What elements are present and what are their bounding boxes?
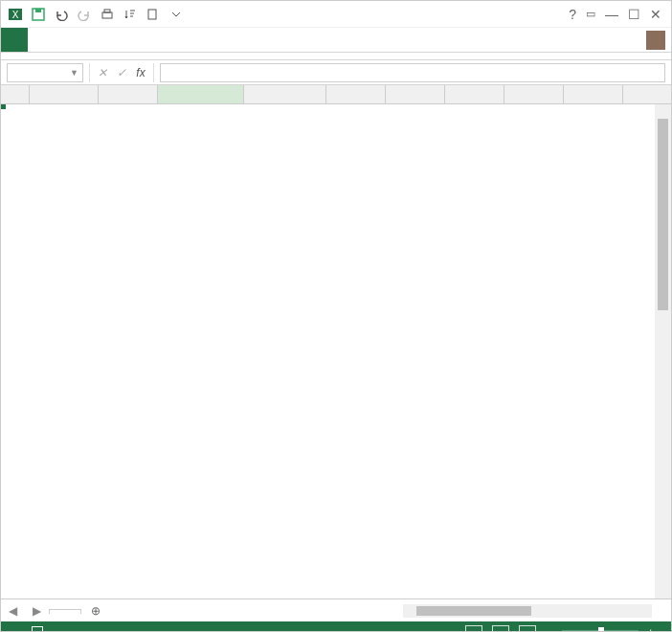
select-all-corner[interactable]: [1, 85, 30, 103]
sheet-tab-bar: ◀ ▶ ⊕: [1, 598, 671, 621]
cancel-formula-icon[interactable]: ✕: [94, 66, 111, 79]
fx-icon[interactable]: fx: [132, 66, 149, 79]
ribbon-tabs: [1, 28, 671, 53]
chevron-down-icon[interactable]: ▼: [70, 68, 78, 78]
name-box[interactable]: ▼: [7, 63, 83, 82]
col-header-C[interactable]: [158, 85, 244, 103]
tab-developer[interactable]: [162, 28, 181, 52]
qat-print-icon[interactable]: [97, 4, 118, 25]
ribbon-options-icon[interactable]: ▭: [586, 8, 595, 20]
page-layout-view-icon[interactable]: [492, 625, 509, 632]
page-break-view-icon[interactable]: [519, 625, 536, 632]
excel-app-icon[interactable]: X: [5, 4, 26, 25]
close-icon[interactable]: ✕: [650, 7, 661, 22]
vertical-scrollbar[interactable]: [655, 104, 671, 598]
sheet-tab-sheet1[interactable]: [49, 609, 81, 614]
macro-record-icon[interactable]: [32, 626, 43, 632]
col-header-D[interactable]: [244, 85, 326, 103]
undo-icon[interactable]: [51, 4, 72, 25]
tab-data[interactable]: [104, 28, 123, 52]
active-cell-border: [1, 104, 5, 108]
redo-icon[interactable]: [74, 4, 95, 25]
account-avatar-icon[interactable]: [646, 31, 665, 50]
status-bar: − +: [1, 621, 671, 632]
col-header-H[interactable]: [504, 85, 564, 103]
tab-page-layout[interactable]: [66, 28, 85, 52]
window-controls: ? ▭ — ☐ ✕: [569, 7, 667, 22]
svg-rect-5: [104, 10, 110, 12]
col-header-F[interactable]: [386, 85, 445, 103]
svg-rect-4: [102, 12, 112, 18]
col-header-B[interactable]: [99, 85, 158, 103]
save-icon[interactable]: [28, 4, 49, 25]
enter-formula-icon[interactable]: ✓: [113, 66, 130, 79]
col-header-A[interactable]: [30, 85, 99, 103]
zoom-in-icon[interactable]: +: [648, 626, 654, 632]
qat-customize-icon[interactable]: [166, 4, 187, 25]
qat-sort-icon[interactable]: [120, 4, 141, 25]
tab-view[interactable]: [143, 28, 162, 52]
minimize-icon[interactable]: —: [605, 7, 618, 22]
maximize-icon[interactable]: ☐: [628, 7, 640, 22]
col-header-E[interactable]: [326, 85, 386, 103]
worksheet[interactable]: [1, 85, 671, 598]
tab-file[interactable]: [1, 28, 28, 52]
formula-bar: ▼ ✕ ✓ fx: [1, 60, 671, 85]
normal-view-icon[interactable]: [465, 625, 482, 632]
sheet-nav-prev-icon[interactable]: ◀: [1, 604, 25, 618]
col-header-I[interactable]: [564, 85, 623, 103]
qat-new-icon[interactable]: [143, 4, 164, 25]
svg-rect-3: [35, 9, 41, 12]
tab-review[interactable]: [123, 28, 143, 52]
horizontal-scrollbar[interactable]: [403, 604, 652, 618]
help-icon[interactable]: ?: [569, 7, 576, 22]
formula-input[interactable]: [160, 63, 665, 82]
zoom-out-icon[interactable]: −: [546, 626, 551, 632]
titlebar: X ? ▭ — ☐ ✕: [1, 1, 671, 28]
col-header-G[interactable]: [445, 85, 504, 103]
quick-access-toolbar: X: [5, 4, 187, 25]
column-headers: [1, 85, 671, 104]
svg-rect-6: [148, 10, 156, 19]
tab-home[interactable]: [28, 28, 47, 52]
svg-text:X: X: [12, 10, 19, 20]
sheet-nav-next-icon[interactable]: ▶: [25, 604, 49, 618]
add-sheet-icon[interactable]: ⊕: [81, 604, 110, 618]
tab-formulas[interactable]: [85, 28, 104, 52]
tab-insert[interactable]: [47, 28, 66, 52]
